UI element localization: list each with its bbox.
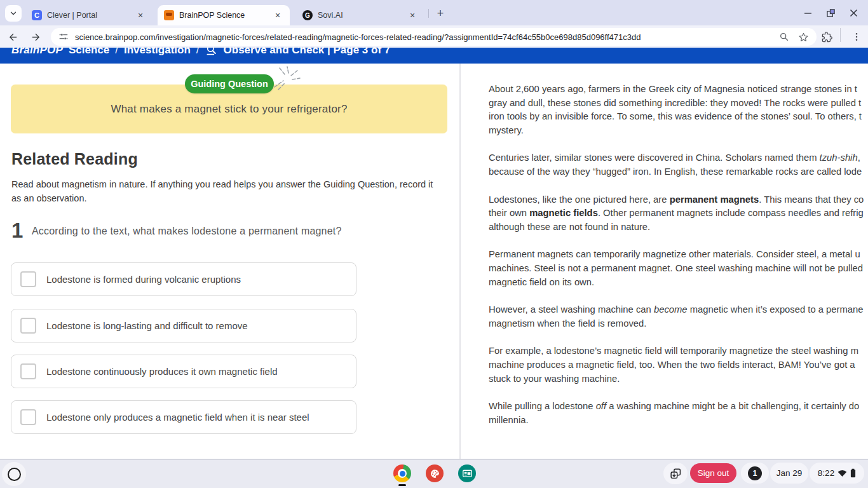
option-label: Lodestone is long-lasting and difficult … (46, 320, 248, 331)
reading-line: However, a steel washing machine can bec… (489, 303, 868, 317)
brainpop-logo[interactable]: BrainPOP (11, 48, 63, 57)
answer-option[interactable]: Lodestone continuously produces it own m… (11, 355, 356, 388)
section-heading: Related Reading (11, 150, 138, 168)
status-tray[interactable]: 8:22 (810, 463, 864, 484)
product-name: Science (69, 48, 109, 57)
window-controls (801, 0, 868, 25)
back-arrow-icon (8, 32, 18, 43)
answer-option[interactable]: Lodestone is long-lasting and difficult … (11, 309, 356, 342)
reading-line: millennia. (489, 414, 868, 428)
page-header-bar: BrainPOP Science / Investigation / Obser… (0, 48, 868, 64)
canvas-app-icon[interactable] (426, 464, 444, 482)
guiding-question-badge: Guiding Question (185, 74, 274, 93)
sovi-favicon-icon: G (302, 10, 313, 20)
tab-clever-portal[interactable]: C Clever | Portal × (25, 5, 153, 25)
toolbar-separator (840, 28, 841, 42)
screen-capture-tote-icon (670, 468, 682, 480)
kebab-menu-icon (851, 32, 862, 42)
observe-icon (205, 48, 218, 57)
tab-separator (428, 9, 429, 18)
clock: 8:22 (818, 468, 834, 478)
tab-sovi-ai[interactable]: G Sovi.AI × (296, 5, 424, 25)
site-settings-icon[interactable] (58, 32, 69, 42)
reading-line: magnetic field on its own. (489, 276, 868, 290)
reading-line: Permanent magnets can temporarily magnet… (489, 248, 868, 262)
tab-label: BrainPOP Science (179, 11, 268, 20)
tab-strip: C Clever | Portal × BrainPOP Science × G… (0, 0, 868, 25)
forward-button[interactable] (28, 29, 43, 44)
launcher-button[interactable] (2, 462, 26, 486)
back-button[interactable] (5, 29, 20, 44)
chevron-down-icon (9, 9, 18, 18)
chrome-app-icon[interactable] (393, 464, 411, 482)
answer-option[interactable]: Lodestone only produces a magnetic field… (11, 400, 356, 434)
tab-close-icon[interactable]: × (272, 10, 283, 21)
reading-line: iron tools by an invisible force. To som… (489, 110, 868, 124)
minimize-button[interactable] (801, 6, 815, 20)
reading-line: About 2,600 years ago, farmers in the Gr… (489, 83, 868, 97)
close-window-button[interactable] (846, 6, 860, 20)
reading-paragraph: While pulling a lodestone off a washing … (489, 400, 868, 427)
reading-line: While pulling a lodestone off a washing … (489, 400, 868, 414)
clever-favicon-icon: C (32, 10, 42, 20)
page-status: Observe and Check | Page 3 of 7 (224, 48, 391, 57)
tab-label: Clever | Portal (47, 11, 131, 20)
wifi-icon (837, 469, 847, 477)
bookmark-star-icon[interactable] (798, 32, 809, 43)
reading-line: machine produces a magnetic field, too. … (489, 358, 868, 372)
url-text[interactable]: science.brainpop.com/investigation/magne… (75, 32, 774, 42)
reading-line: For example, a lodestone’s magnetic fiel… (489, 344, 868, 358)
restore-button[interactable] (824, 6, 837, 20)
tab-brainpop-science[interactable]: BrainPOP Science × (158, 5, 290, 25)
reading-line: magnetism when the field is removed. (489, 317, 868, 331)
checkbox[interactable] (20, 363, 36, 379)
checkbox[interactable] (20, 409, 36, 425)
reading-line: gray and dull, these stones did somethin… (489, 97, 868, 111)
option-label: Lodestone only produces a magnetic field… (46, 412, 309, 423)
answer-option[interactable]: Lodestone is formed during volcanic erup… (11, 262, 356, 296)
question-text: According to the text, what makes lodest… (32, 226, 426, 237)
tote-button[interactable] (663, 463, 688, 484)
tab-close-icon[interactable]: × (407, 10, 418, 21)
reading-line: stuck to your washing machine. (489, 372, 868, 386)
checkbox[interactable] (20, 271, 36, 287)
question-number: 1 (11, 220, 23, 241)
forward-arrow-icon (31, 32, 41, 43)
screencast-app-icon[interactable] (458, 464, 476, 482)
reading-line: machines. Steel is not a permanent magne… (489, 262, 868, 276)
reading-paragraph: About 2,600 years ago, farmers in the Gr… (489, 83, 868, 137)
notification-badge: 1 (748, 466, 762, 480)
extensions-button[interactable] (819, 29, 834, 44)
reading-line: Lodestones, like the one pictured here, … (489, 193, 868, 207)
pane-divider (459, 64, 461, 459)
battery-icon (850, 468, 856, 478)
option-label: Lodestone is formed during volcanic erup… (46, 274, 241, 285)
reading-paragraph: Centuries later, similar stones were dis… (489, 151, 868, 179)
tab-search-button[interactable] (5, 5, 22, 22)
new-tab-button[interactable]: + (433, 6, 447, 20)
reading-line: because of the way they “hugged” iron. I… (489, 165, 868, 179)
section-intro: Read about magnetism in nature. If anyth… (11, 177, 441, 205)
chrome-active-indicator (398, 484, 406, 486)
date-display[interactable]: Jan 29 (770, 463, 808, 484)
reading-line: their own magnetic fields. Other permane… (489, 207, 868, 220)
sparkle-decoration-icon (272, 65, 301, 93)
zoom-icon[interactable] (779, 32, 789, 42)
reading-paragraph: However, a steel washing machine can bec… (489, 303, 868, 330)
puzzle-icon (822, 32, 832, 43)
tab-close-icon[interactable]: × (135, 10, 146, 21)
browser-menu-button[interactable] (849, 29, 864, 44)
breadcrumb-section[interactable]: Investigation (124, 48, 191, 57)
tab-label: Sovi.AI (318, 11, 403, 20)
brainpop-favicon-icon (164, 10, 174, 20)
reading-paragraph: Lodestones, like the one pictured here, … (489, 193, 868, 234)
url-bar[interactable]: science.brainpop.com/investigation/magne… (51, 28, 817, 46)
option-label: Lodestone continuously produces it own m… (46, 366, 278, 377)
breadcrumb: BrainPOP Science / Investigation / Obser… (11, 48, 390, 57)
reading-line: mystery. (489, 124, 868, 138)
checkbox[interactable] (20, 318, 36, 334)
notification-counter[interactable]: 1 (741, 463, 769, 484)
reading-line: although these are not found in nature. (489, 220, 868, 234)
reading-panel: About 2,600 years ago, farmers in the Gr… (460, 64, 868, 459)
sign-out-button[interactable]: Sign out (690, 463, 736, 483)
